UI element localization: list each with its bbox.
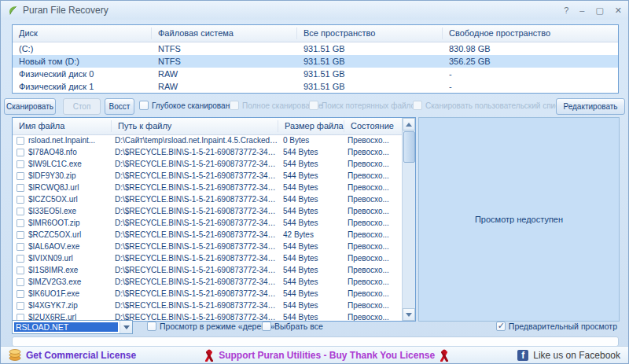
file-checkbox[interactable] bbox=[17, 184, 24, 192]
file-row[interactable]: $IK6UO1F.exe D:\$RECYCLE.BIN\S-1-5-21-69… bbox=[13, 288, 403, 300]
chevron-down-icon[interactable] bbox=[120, 321, 132, 333]
total-space-col-header[interactable]: Все пространство bbox=[297, 28, 443, 39]
file-row[interactable]: $ICZC5OX.url D:\$RECYCLE.BIN\S-1-5-21-69… bbox=[13, 193, 403, 205]
file-checkbox[interactable] bbox=[17, 231, 24, 239]
disk-name: Физический диск 0 bbox=[13, 69, 152, 79]
file-name-col-header[interactable]: Имя файла bbox=[13, 120, 112, 132]
file-path: D:\$RECYCLE.BIN\S-1-5-21-690873772-34690… bbox=[112, 195, 278, 204]
checkbox-icon[interactable] bbox=[147, 322, 156, 331]
file-checkbox[interactable] bbox=[17, 196, 24, 204]
file-row[interactable]: $IRCWQ8J.url D:\$RECYCLE.BIN\S-1-5-21-69… bbox=[13, 182, 403, 193]
close-icon[interactable]: ✕ bbox=[615, 6, 622, 15]
vertical-scrollbar[interactable] bbox=[402, 118, 415, 321]
ribbon-icon bbox=[204, 349, 214, 362]
file-name: rsload.net.Inpaint... bbox=[28, 136, 112, 145]
disk-filesystem: RAW bbox=[152, 69, 297, 79]
file-state: Превосхо... bbox=[344, 136, 403, 145]
support-link[interactable]: Support Puran Utilities - Buy Thank You … bbox=[204, 349, 449, 362]
file-row[interactable]: $I1S8IMR.exe D:\$RECYCLE.BIN\S-1-5-21-69… bbox=[13, 264, 403, 276]
file-row[interactable]: $IMR6OOT.zip D:\$RECYCLE.BIN\S-1-5-21-69… bbox=[13, 217, 403, 229]
help-icon[interactable]: ? bbox=[564, 6, 568, 15]
edit-button[interactable]: Редактировать bbox=[556, 98, 625, 115]
file-size-col-header[interactable]: Размер файла bbox=[278, 120, 344, 132]
checkbox-icon[interactable] bbox=[496, 322, 506, 331]
file-name: $I33EO5I.exe bbox=[28, 207, 112, 215]
file-checkbox[interactable] bbox=[17, 243, 24, 251]
file-row[interactable]: rsload.net.Inpaint... D:\Сайт\temp\rsloa… bbox=[13, 134, 403, 146]
checkbox-icon[interactable] bbox=[139, 101, 149, 110]
checkbox-icon bbox=[230, 101, 239, 110]
facebook-link[interactable]: Like us on Facebook bbox=[517, 350, 620, 361]
maximize-icon[interactable]: ▢ bbox=[595, 6, 603, 15]
disk-filesystem: RAW bbox=[152, 82, 297, 91]
scroll-up-icon[interactable] bbox=[403, 118, 415, 131]
file-state: Превосхо... bbox=[344, 301, 403, 310]
file-name: $RCZC5OX.url bbox=[28, 230, 112, 239]
ribbon-icon bbox=[440, 349, 449, 362]
file-row[interactable]: $RCZC5OX.url D:\$RECYCLE.BIN\S-1-5-21-69… bbox=[13, 229, 403, 241]
file-checkbox[interactable] bbox=[17, 219, 24, 227]
minimize-icon[interactable]: – bbox=[579, 6, 584, 15]
file-path: D:\$RECYCLE.BIN\S-1-5-21-690873772-34690… bbox=[112, 254, 278, 263]
file-row[interactable]: $IAL6AOV.exe D:\$RECYCLE.BIN\S-1-5-21-69… bbox=[13, 241, 403, 252]
file-checkbox[interactable] bbox=[17, 290, 24, 298]
file-checkbox[interactable] bbox=[17, 267, 24, 274]
file-state: Превосхо... bbox=[344, 266, 403, 274]
file-checkbox[interactable] bbox=[17, 208, 24, 215]
checkbox-icon[interactable] bbox=[262, 322, 271, 331]
file-path: D:\$RECYCLE.BIN\S-1-5-21-690873772-34690… bbox=[112, 289, 278, 298]
file-table-header: Имя файла Путь к файлу Размер файла Сост… bbox=[13, 118, 403, 135]
search-input[interactable]: RSLOAD.NET bbox=[14, 322, 118, 332]
file-checkbox[interactable] bbox=[17, 149, 24, 156]
file-checkbox[interactable] bbox=[17, 255, 24, 263]
file-checkbox[interactable] bbox=[17, 160, 24, 168]
disk-col-header[interactable]: Диск bbox=[13, 28, 152, 39]
disk-row[interactable]: (C:) NTFS 931.51 GB 830.98 GB bbox=[13, 42, 618, 55]
file-checkbox[interactable] bbox=[17, 302, 24, 310]
app-icon bbox=[7, 5, 18, 16]
file-path: D:\$RECYCLE.BIN\S-1-5-21-690873772-34690… bbox=[112, 278, 278, 286]
file-state-col-header[interactable]: Состояние bbox=[344, 120, 403, 132]
scroll-down-icon[interactable] bbox=[403, 308, 415, 321]
commercial-license-link[interactable]: Get Commercial License bbox=[9, 349, 136, 361]
file-row[interactable]: $IVIXN09.url D:\$RECYCLE.BIN\S-1-5-21-69… bbox=[13, 252, 403, 264]
search-combobox[interactable]: RSLOAD.NET bbox=[12, 320, 133, 334]
file-row[interactable]: $I78AO48.nfo D:\$RECYCLE.BIN\S-1-5-21-69… bbox=[13, 146, 403, 158]
file-path: D:\$RECYCLE.BIN\S-1-5-21-690873772-34690… bbox=[112, 266, 278, 274]
scrollbar-thumb[interactable] bbox=[403, 131, 415, 163]
disk-row[interactable]: Физический диск 1 RAW 931.51 GB - bbox=[13, 80, 618, 93]
file-size: 544 Bytes bbox=[278, 219, 344, 227]
file-size: 544 Bytes bbox=[278, 171, 344, 180]
file-checkbox[interactable] bbox=[17, 278, 24, 286]
tree-view-checkbox[interactable]: Просмотр в режиме «дерево» bbox=[147, 322, 274, 331]
file-path-col-header[interactable]: Путь к файлу bbox=[112, 120, 278, 132]
disk-row[interactable]: Новый том (D:) NTFS 931.51 GB 356.25 GB bbox=[13, 55, 618, 68]
file-size: 544 Bytes bbox=[278, 148, 344, 156]
free-space-col-header[interactable]: Свободное пространство bbox=[443, 28, 618, 39]
file-row[interactable]: $IMZV2G3.exe D:\$RECYCLE.BIN\S-1-5-21-69… bbox=[13, 276, 403, 288]
file-size: 0 Bytes bbox=[278, 136, 344, 145]
file-name: $I78AO48.nfo bbox=[28, 148, 112, 156]
recover-button[interactable]: Восст bbox=[105, 98, 134, 115]
file-state: Превосхо... bbox=[344, 242, 403, 251]
file-row[interactable]: $IDF9Y30.zip D:\$RECYCLE.BIN\S-1-5-21-69… bbox=[13, 170, 403, 182]
preview-checkbox[interactable]: Предварительный просмотр bbox=[496, 322, 617, 331]
file-row[interactable]: $I33EO5I.exe D:\$RECYCLE.BIN\S-1-5-21-69… bbox=[13, 205, 403, 217]
file-path: D:\$RECYCLE.BIN\S-1-5-21-690873772-34690… bbox=[112, 301, 278, 310]
file-name: $IW9LC1C.exe bbox=[28, 160, 112, 168]
filesystem-col-header[interactable]: Файловая система bbox=[152, 28, 297, 39]
file-checkbox[interactable] bbox=[17, 172, 24, 180]
file-path: D:\$RECYCLE.BIN\S-1-5-21-690873772-34690… bbox=[112, 148, 278, 156]
file-size: 544 Bytes bbox=[278, 266, 344, 274]
file-state: Превосхо... bbox=[344, 289, 403, 298]
file-size: 544 Bytes bbox=[278, 207, 344, 215]
select-all-checkbox[interactable]: Выбрать все bbox=[262, 322, 323, 331]
disk-row[interactable]: Физический диск 0 RAW 931.51 GB - bbox=[13, 68, 618, 80]
file-row[interactable]: $IW9LC1C.exe D:\$RECYCLE.BIN\S-1-5-21-69… bbox=[13, 158, 403, 170]
file-checkbox[interactable] bbox=[17, 137, 24, 145]
deep-scan-checkbox[interactable]: Глубокое сканирование bbox=[139, 101, 238, 110]
scan-button[interactable]: Сканировать bbox=[4, 98, 56, 115]
file-state: Превосхо... bbox=[344, 219, 403, 227]
file-name: $IK6UO1F.exe bbox=[28, 289, 112, 298]
file-row[interactable]: $I4XGYK7.zip D:\$RECYCLE.BIN\S-1-5-21-69… bbox=[13, 300, 403, 311]
